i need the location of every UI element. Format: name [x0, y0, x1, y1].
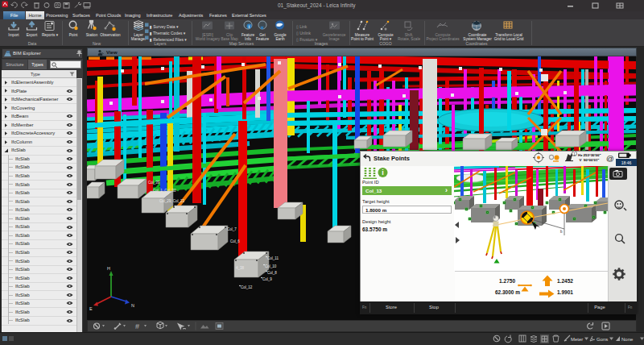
svg-text:Col_1, Col_30: Col_1, Col_30 [153, 189, 176, 193]
svg-text:Meter: Meter [571, 337, 583, 342]
svg-text:Col_9: Col_9 [262, 277, 272, 281]
svg-text:Gons: Gons [597, 337, 608, 342]
svg-text:None: None [621, 337, 634, 342]
svg-text:1: 1 [573, 152, 576, 156]
svg-text:@: @ [606, 154, 614, 163]
svg-text:#: # [135, 322, 139, 330]
svg-text:Col_12: Col_12 [241, 285, 253, 289]
svg-text:i: i [382, 168, 384, 177]
svg-text:Col_7: Col_7 [227, 227, 237, 231]
svg-text:H: H [107, 266, 110, 271]
svg-text:Col_10: Col_10 [265, 264, 277, 268]
svg-text:N: N [131, 303, 134, 308]
svg-text:4_38: 4_38 [236, 266, 245, 270]
svg-text:Col_29, Col_23: Col_29, Col_23 [159, 199, 185, 203]
svg-text:Hz 253°30'00": Hz 253°30'00" [578, 153, 601, 157]
svg-text:18:46: 18:46 [621, 160, 632, 165]
svg-text:E: E [89, 306, 93, 311]
svg-text:Col_6: Col_6 [230, 239, 240, 243]
svg-text:Col_39: Col_39 [148, 181, 160, 185]
svg-text:Col_11: Col_11 [267, 256, 279, 260]
svg-text:Col_8: Col_8 [267, 271, 277, 275]
svg-text:V 90°00'01": V 90°00'01" [580, 158, 600, 162]
